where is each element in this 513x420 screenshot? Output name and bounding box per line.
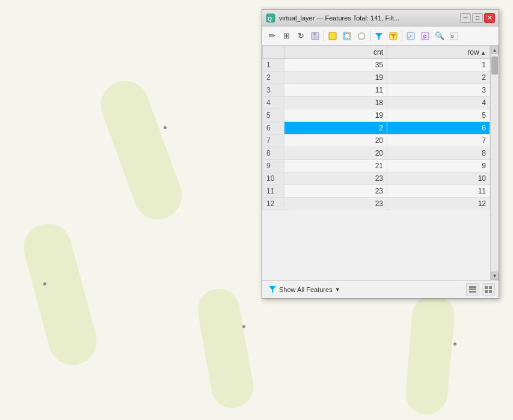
table-row[interactable]: 102310	[263, 172, 490, 185]
row-number-cell: 7	[263, 135, 284, 147]
table-row[interactable]: 626	[263, 122, 490, 135]
map-shape-3	[194, 285, 257, 411]
row-number-cell: 10	[263, 172, 284, 185]
dropdown-arrow-icon: ▼	[335, 287, 340, 293]
window-title: virtual_layer — Features Total: 141, Fil…	[279, 14, 459, 22]
cnt-cell: 19	[284, 109, 387, 122]
cnt-cell: 20	[284, 135, 387, 147]
table-header-row: cnt row	[263, 46, 490, 59]
cnt-cell: 35	[284, 59, 387, 72]
show-all-features-button[interactable]: Show All Features ▼	[266, 284, 343, 296]
table-row[interactable]: 122312	[263, 198, 490, 210]
scrollbar-down-button[interactable]: ▼	[491, 272, 499, 280]
edit-pencil-button[interactable]: ✏	[265, 29, 278, 43]
footer-layout-buttons	[466, 283, 495, 296]
map-shape-4	[404, 293, 456, 416]
table-row[interactable]: 4184	[263, 97, 490, 109]
svg-text:Q: Q	[268, 16, 272, 22]
edit-table-button[interactable]: ⊞	[280, 29, 293, 43]
row-cell: 5	[387, 109, 490, 122]
svg-rect-25	[489, 290, 492, 293]
row-cell: 4	[387, 97, 490, 109]
svg-text:»: »	[450, 32, 454, 40]
svg-rect-20	[469, 288, 476, 290]
scrollbar-track[interactable]	[491, 54, 499, 272]
table-row[interactable]: 9219	[263, 160, 490, 172]
layout-table-button[interactable]	[482, 283, 495, 296]
attribute-table-window: Q virtual_layer — Features Total: 141, F…	[262, 9, 499, 299]
scrollbar-thumb[interactable]	[491, 56, 498, 75]
save-button[interactable]	[309, 29, 322, 43]
row-number-cell: 2	[263, 72, 284, 84]
map-dot	[43, 282, 46, 285]
scrollbar-up-button[interactable]: ▲	[491, 46, 499, 54]
row-cell: 10	[387, 172, 490, 185]
map-shape-2	[18, 219, 102, 371]
table-row[interactable]: 8208	[263, 147, 490, 160]
cnt-cell: 20	[284, 147, 387, 160]
row-cell: 6	[387, 122, 490, 135]
svg-text:⚙: ⚙	[422, 34, 427, 40]
svg-marker-18	[269, 286, 276, 293]
maximize-button[interactable]: □	[472, 13, 483, 23]
svg-text:⤢: ⤢	[408, 34, 413, 40]
row-num-header	[263, 46, 284, 59]
minimize-button[interactable]: ─	[460, 13, 471, 23]
row-number-cell: 6	[263, 122, 284, 135]
row-number-cell: 3	[263, 84, 284, 97]
table-row[interactable]: 7207	[263, 135, 490, 147]
table-scroll-area[interactable]: cnt row 13512192311341845195626720782089…	[262, 46, 490, 280]
svg-rect-23	[489, 286, 492, 289]
select-all-button[interactable]	[326, 29, 339, 43]
table-row[interactable]: 5195	[263, 109, 490, 122]
scrollbar[interactable]: ▲ ▼	[490, 46, 499, 280]
search-button[interactable]: 🔍	[433, 29, 446, 43]
table-row[interactable]: 112311	[263, 185, 490, 198]
row-cell: 12	[387, 198, 490, 210]
svg-marker-8	[358, 32, 365, 39]
svg-rect-19	[469, 286, 476, 288]
close-button[interactable]: ✕	[484, 13, 495, 23]
cnt-cell: 21	[284, 160, 387, 172]
select-polygon-button[interactable]	[355, 29, 368, 43]
row-cell: 1	[387, 59, 490, 72]
cnt-header[interactable]: cnt	[284, 46, 387, 59]
row-header[interactable]: row	[387, 46, 490, 59]
row-number-cell: 11	[263, 185, 284, 198]
sep3	[402, 31, 402, 41]
row-cell: 11	[387, 185, 490, 198]
map-dot	[453, 342, 456, 345]
attribute-table: cnt row 13512192311341845195626720782089…	[262, 46, 490, 210]
more-button[interactable]: »	[447, 29, 461, 43]
table-row[interactable]: 3113	[263, 84, 490, 97]
layout-list-button[interactable]	[466, 283, 479, 296]
select-rect-button[interactable]	[340, 29, 354, 43]
cnt-cell: 23	[284, 198, 387, 210]
table-body: 1351219231134184519562672078208921910231…	[263, 59, 490, 210]
row-cell: 9	[387, 160, 490, 172]
table-row[interactable]: 2192	[263, 72, 490, 84]
filter-edit-button[interactable]	[387, 29, 400, 43]
svg-rect-21	[469, 291, 476, 293]
sep1	[324, 31, 324, 41]
toolbar: ✏ ⊞ ↻	[262, 26, 499, 46]
row-number-cell: 1	[263, 59, 284, 72]
svg-rect-3	[313, 32, 316, 35]
row-number-cell: 12	[263, 198, 284, 210]
cnt-cell: 23	[284, 185, 387, 198]
row-cell: 7	[387, 135, 490, 147]
cnt-cell: 11	[284, 84, 387, 97]
row-number-cell: 5	[263, 109, 284, 122]
cnt-cell: 2	[284, 122, 387, 135]
filter-footer-icon	[268, 285, 277, 294]
actions-button[interactable]: ⚙	[419, 29, 432, 43]
svg-rect-24	[485, 290, 488, 293]
titlebar: Q virtual_layer — Features Total: 141, F…	[262, 10, 499, 26]
show-all-label: Show All Features	[279, 286, 333, 293]
refresh-button[interactable]: ↻	[294, 29, 307, 43]
svg-rect-4	[313, 36, 318, 39]
move-selected-button[interactable]: ⤢	[404, 29, 417, 43]
table-row[interactable]: 1351	[263, 59, 490, 72]
app-icon: Q	[266, 13, 275, 23]
filter-button[interactable]	[372, 29, 386, 43]
